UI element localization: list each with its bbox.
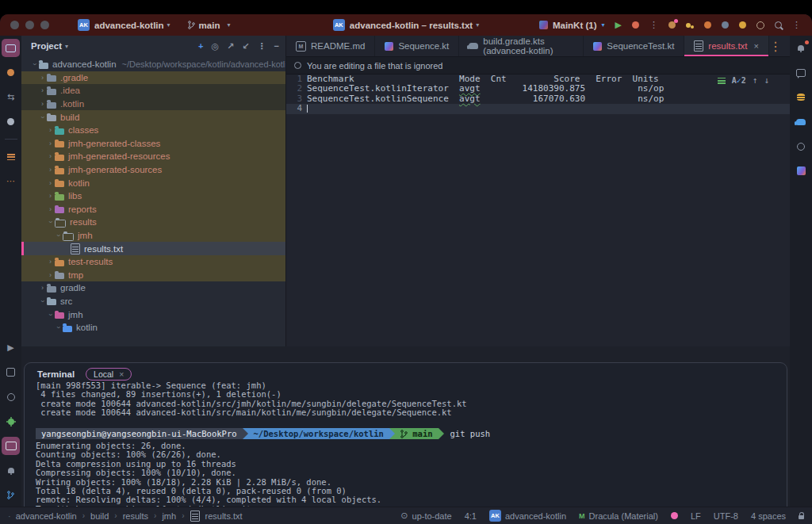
- add-button[interactable]: +: [198, 42, 203, 51]
- tab-readme-md[interactable]: MREADME.md: [286, 36, 375, 56]
- indent-widget[interactable]: 4 spaces: [751, 511, 786, 521]
- close-icon[interactable]: ×: [754, 41, 759, 51]
- accent-color-widget[interactable]: [671, 512, 678, 519]
- database-tool-button[interactable]: [792, 88, 810, 106]
- chevron-open-icon[interactable]: ›: [47, 218, 55, 227]
- structure-tool-button[interactable]: [2, 147, 20, 166]
- tree-item-libs[interactable]: ›libs: [21, 189, 285, 203]
- dependencies-tool-button[interactable]: [792, 137, 810, 155]
- chevron-closed-icon[interactable]: ›: [46, 271, 55, 279]
- locate-file-button[interactable]: ◎: [212, 42, 220, 51]
- breadcrumb-item[interactable]: jmh: [162, 511, 176, 521]
- run-more-button[interactable]: ⋮: [649, 21, 658, 29]
- terminal-tool-button[interactable]: [2, 437, 20, 455]
- inspections-widget[interactable]: A✓2 ↑ ↓: [718, 76, 769, 85]
- project-widget[interactable]: AKadvanced-kotlin: [489, 510, 566, 522]
- run-config-name[interactable]: MainKt (1): [553, 21, 597, 30]
- translation-tool-button[interactable]: [792, 63, 810, 82]
- debug-button[interactable]: [632, 21, 639, 29]
- tab-sequence-kt[interactable]: Sequence.kt: [375, 36, 459, 56]
- tab-build-gradle-kts-advanced-kotlin-[interactable]: build.gradle.kts (advanced-kotlin): [459, 36, 584, 56]
- chevron-open-icon[interactable]: ›: [55, 323, 63, 332]
- encoding-widget[interactable]: UTF-8: [714, 511, 738, 521]
- prev-problem-arrow[interactable]: ↑: [753, 76, 758, 85]
- build-tools-icon[interactable]: [739, 21, 746, 29]
- tree-item-test-results[interactable]: ›test-results: [21, 255, 285, 269]
- next-problem-arrow[interactable]: ↓: [764, 76, 769, 85]
- services-tool-button[interactable]: [2, 388, 20, 406]
- tree-item-kotlin[interactable]: ›kotlin: [21, 321, 285, 335]
- tree-item-results-txt[interactable]: results.txt: [21, 242, 285, 255]
- git-sync-status[interactable]: ⊙up-to-date: [400, 511, 451, 521]
- expand-all-button[interactable]: ↗: [227, 42, 234, 51]
- chevron-closed-icon[interactable]: ›: [38, 284, 47, 292]
- zoom-window-button[interactable]: [40, 21, 49, 29]
- editor-code[interactable]: A✓2 ↑ ↓ 1Benchmark Mode Cnt Score Error …: [286, 75, 790, 114]
- chevron-open-icon[interactable]: ›: [31, 60, 39, 69]
- project-tool-button[interactable]: [2, 39, 20, 57]
- tree-item-jmh-generated-classes[interactable]: ›jmh-generated-classes: [21, 137, 285, 151]
- main-menu-icon[interactable]: ⋮: [792, 21, 801, 29]
- coverage-icon[interactable]: [704, 21, 711, 29]
- typos-indicator[interactable]: A✓2: [732, 76, 746, 85]
- tree-item-results[interactable]: ›results: [21, 216, 285, 229]
- chevron-closed-icon[interactable]: ›: [38, 86, 47, 94]
- line-separator-widget[interactable]: LF: [691, 511, 701, 521]
- tree-item-gradle[interactable]: ›gradle: [21, 281, 285, 295]
- chevron-closed-icon[interactable]: ›: [46, 258, 55, 266]
- chevron-open-icon[interactable]: ›: [39, 113, 47, 121]
- close-icon[interactable]: ×: [119, 369, 124, 379]
- tabbar-more[interactable]: ⋮: [769, 36, 790, 56]
- hide-button[interactable]: −: [274, 42, 279, 51]
- settings-sync-icon[interactable]: [756, 21, 764, 29]
- tree-item-advanced-kotlin[interactable]: ›advanced-kotlin~/Desktop/workspace/kotl…: [21, 58, 285, 71]
- project-widget[interactable]: AK advanced-kotlin ▾: [78, 19, 170, 31]
- tree-item--gradle[interactable]: ›.gradle: [21, 71, 285, 85]
- breadcrumb-item[interactable]: results: [123, 511, 148, 521]
- notifications-button[interactable]: [792, 39, 810, 57]
- chevron-closed-icon[interactable]: ›: [46, 126, 55, 134]
- code-with-me-icon[interactable]: [686, 23, 694, 28]
- chevron-closed-icon[interactable]: ›: [46, 152, 55, 160]
- more-tools-button[interactable]: ⋯: [2, 172, 20, 190]
- tree-item-jmh[interactable]: ›jmh: [21, 308, 285, 321]
- commit-tool-button[interactable]: [2, 63, 20, 82]
- chevron-closed-icon[interactable]: ›: [38, 100, 47, 108]
- breadcrumb-item[interactable]: results.txt: [205, 511, 243, 521]
- chevron-closed-icon[interactable]: ›: [38, 74, 47, 82]
- breadcrumb-item[interactable]: advanced-kotlin: [16, 511, 77, 521]
- options-button[interactable]: ⋮: [258, 42, 266, 51]
- kotlin-tool-button[interactable]: [792, 162, 810, 180]
- minimize-window-button[interactable]: [25, 21, 34, 29]
- chevron-open-icon[interactable]: ›: [39, 296, 47, 305]
- chevron-closed-icon[interactable]: ›: [46, 140, 55, 147]
- chevron-open-icon[interactable]: ›: [55, 231, 63, 240]
- terminal-output[interactable]: [main 998f553] iterable-> Sequence (feat…: [25, 380, 787, 521]
- tree-item-classes[interactable]: ›classes: [21, 124, 285, 137]
- tree-item-build[interactable]: ›build: [21, 110, 285, 124]
- chevron-closed-icon[interactable]: ›: [46, 179, 55, 187]
- theme-widget[interactable]: MDracula (Material): [579, 511, 658, 521]
- readonly-toggle[interactable]: [799, 512, 804, 519]
- search-everywhere-icon[interactable]: [775, 21, 782, 29]
- highlight-level-icon[interactable]: [718, 78, 726, 84]
- run-button[interactable]: ▶: [615, 21, 622, 29]
- tree-item-jmh-generated-resources[interactable]: ›jmh-generated-resources: [21, 150, 285, 163]
- profiler-icon[interactable]: [668, 21, 676, 29]
- chevron-open-icon[interactable]: ›: [47, 310, 55, 319]
- gradle-settings-button[interactable]: [2, 412, 20, 430]
- tree-item-tmp[interactable]: ›tmp: [21, 269, 285, 282]
- tree-item--idea[interactable]: ›.idea: [21, 84, 285, 98]
- chevron-closed-icon[interactable]: ›: [46, 166, 55, 174]
- tree-item--kotlin[interactable]: ›.kotlin: [21, 98, 285, 111]
- problems-tool-button[interactable]: [2, 461, 20, 480]
- git-tool-button[interactable]: [2, 486, 20, 504]
- tree-item-jmh[interactable]: ›jmh: [21, 229, 285, 243]
- tree-item-src[interactable]: ›src: [21, 295, 285, 308]
- tab-sequencetest-kt[interactable]: SequenceTest.kt: [584, 36, 684, 56]
- tab-results-txt[interactable]: results.txt×: [684, 36, 769, 56]
- terminal-tab-local[interactable]: Local ×: [86, 368, 132, 381]
- chevron-closed-icon[interactable]: ›: [46, 205, 55, 213]
- run-tool-button[interactable]: ▶: [2, 338, 20, 357]
- code-line-3[interactable]: 3SequenceTest.kotlinSequence avgt 167070…: [286, 94, 790, 104]
